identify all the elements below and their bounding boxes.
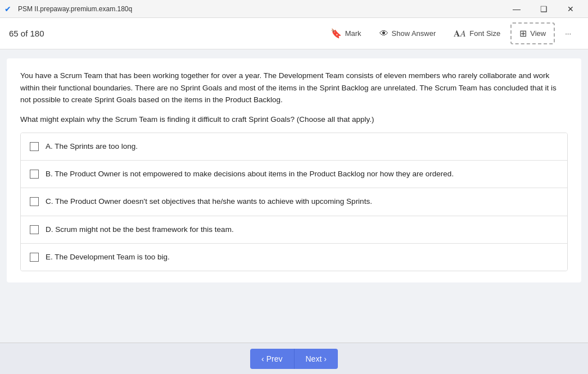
next-icon: › bbox=[324, 354, 327, 363]
question-container: You have a Scrum Team that has been work… bbox=[7, 58, 581, 282]
question-text: You have a Scrum Team that has been work… bbox=[20, 70, 568, 106]
option-checkbox-a[interactable] bbox=[30, 142, 39, 151]
option-label-b: B. The Product Owner is not empowered to… bbox=[46, 168, 454, 180]
option-item-c[interactable]: C. The Product Owner doesn't set objecti… bbox=[21, 188, 567, 216]
prev-icon: ‹ bbox=[261, 354, 264, 363]
title-bar-left: ✔ PSM II.prepaway.premium.exam.180q bbox=[4, 4, 132, 13]
next-button[interactable]: Next › bbox=[295, 349, 338, 369]
minimize-button[interactable]: — bbox=[504, 0, 530, 18]
option-label-a: A. The Sprints are too long. bbox=[46, 141, 138, 152]
more-label: ··· bbox=[565, 29, 571, 38]
prev-button[interactable]: ‹ Prev bbox=[250, 349, 294, 369]
option-label-e: E. The Development Team is too big. bbox=[46, 252, 170, 263]
option-checkbox-e[interactable] bbox=[30, 253, 39, 262]
option-item-e[interactable]: E. The Development Team is too big. bbox=[21, 244, 567, 271]
bookmark-icon: 🔖 bbox=[331, 28, 342, 39]
toolbar: 65 of 180 🔖 Mark 👁 Show Answer 𝐀𝐴 Font S… bbox=[0, 18, 588, 49]
question-prompt: What might explain why the Scrum Team is… bbox=[20, 115, 568, 124]
option-label-c: C. The Product Owner doesn't set objecti… bbox=[46, 196, 372, 207]
show-answer-button[interactable]: 👁 Show Answer bbox=[372, 24, 444, 43]
option-item-a[interactable]: A. The Sprints are too long. bbox=[21, 133, 567, 161]
font-size-label: Font Size bbox=[469, 29, 500, 38]
title-bar: ✔ PSM II.prepaway.premium.exam.180q — ❑ … bbox=[0, 0, 588, 18]
main-content: You have a Scrum Team that has been work… bbox=[0, 49, 588, 343]
view-icon: ⊞ bbox=[519, 28, 527, 39]
toolbar-left: 65 of 180 bbox=[9, 29, 44, 38]
option-item-d[interactable]: D. Scrum might not be the best framework… bbox=[21, 216, 567, 244]
options-list: A. The Sprints are too long.B. The Produ… bbox=[20, 133, 568, 271]
option-checkbox-b[interactable] bbox=[30, 170, 39, 179]
eye-icon: 👁 bbox=[379, 29, 388, 39]
option-item-b[interactable]: B. The Product Owner is not empowered to… bbox=[21, 161, 567, 188]
show-answer-label: Show Answer bbox=[392, 29, 436, 38]
option-checkbox-c[interactable] bbox=[30, 197, 39, 206]
app-icon: ✔ bbox=[4, 4, 13, 13]
view-button[interactable]: ⊞ View bbox=[510, 22, 555, 44]
option-checkbox-d[interactable] bbox=[30, 225, 39, 234]
view-label: View bbox=[530, 29, 546, 38]
font-size-button[interactable]: 𝐀𝐴 Font Size bbox=[446, 24, 508, 43]
question-counter: 65 of 180 bbox=[9, 29, 44, 38]
prev-label: Prev bbox=[266, 354, 283, 363]
window-title: PSM II.prepaway.premium.exam.180q bbox=[18, 5, 132, 13]
close-button[interactable]: ✕ bbox=[558, 0, 584, 18]
next-label: Next bbox=[306, 354, 322, 363]
font-icon: 𝐀𝐴 bbox=[454, 29, 466, 39]
mark-label: Mark bbox=[345, 29, 361, 38]
footer: ‹ Prev Next › bbox=[0, 343, 588, 374]
toolbar-right: 🔖 Mark 👁 Show Answer 𝐀𝐴 Font Size ⊞ View… bbox=[323, 22, 579, 44]
option-label-d: D. Scrum might not be the best framework… bbox=[46, 224, 234, 235]
window-controls: — ❑ ✕ bbox=[504, 0, 584, 18]
more-button[interactable]: ··· bbox=[557, 25, 579, 42]
mark-button[interactable]: 🔖 Mark bbox=[323, 24, 369, 43]
restore-button[interactable]: ❑ bbox=[531, 0, 557, 18]
